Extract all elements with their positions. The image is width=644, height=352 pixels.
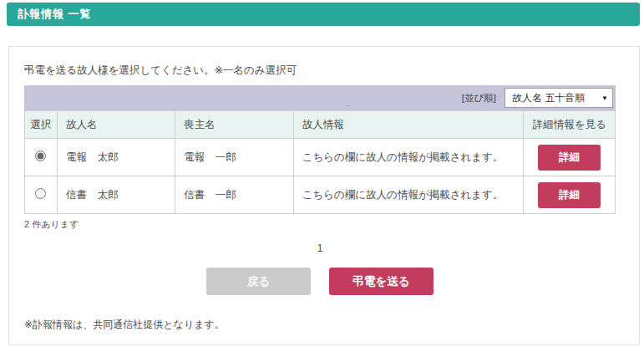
header-deceased-name: 故人名 [57, 111, 175, 139]
detail-button[interactable]: 詳細 [538, 145, 601, 171]
page-title: 訃報情報 一覧 [18, 7, 92, 22]
deceased-name-cell: 信書 太郎 [57, 176, 175, 214]
row-select-radio[interactable] [35, 150, 46, 161]
header-select: 選択 [25, 111, 58, 139]
header-mourner-name: 喪主名 [175, 111, 293, 139]
action-button-row: 戻る 弔電を送る [24, 268, 616, 295]
deceased-info-cell: こちらの欄に故人の情報が掲載されます。 [293, 139, 524, 176]
stray-mark: . [347, 98, 349, 108]
table-row: 電報 太郎 電報 一郎 こちらの欄に故人の情報が掲載されます。 詳細 [25, 139, 616, 176]
pagination-page-number[interactable]: 1 [24, 242, 616, 254]
sort-order-label: [並び順] [462, 92, 496, 105]
obituary-table: 選択 故人名 喪主名 故人情報 詳細情報を見る 電報 太郎 電報 一郎 こちらの… [24, 110, 616, 214]
page-title-bar: 訃報情報 一覧 [7, 3, 640, 26]
detail-button[interactable]: 詳細 [538, 182, 601, 208]
result-count: 2 件あります [24, 218, 616, 231]
table-header-row: 選択 故人名 喪主名 故人情報 詳細情報を見る [25, 111, 616, 139]
row-select-radio[interactable] [35, 188, 46, 199]
send-telegram-button[interactable]: 弔電を送る [329, 268, 434, 295]
sort-order-select[interactable]: 故人名 五十音順 [505, 88, 613, 108]
header-detail: 詳細情報を見る [524, 111, 616, 139]
deceased-info-cell: こちらの欄に故人の情報が掲載されます。 [293, 176, 524, 214]
back-button[interactable]: 戻る [206, 268, 311, 295]
header-deceased-info: 故人情報 [293, 111, 524, 139]
mourner-name-cell: 信書 一郎 [175, 176, 293, 214]
obituary-list-panel: . 弔電を送る故人様を選択してください。※一名のみ選択可 [並び順] 故人名 五… [8, 46, 640, 345]
mourner-name-cell: 電報 一郎 [175, 139, 293, 176]
instruction-text: 弔電を送る故人様を選択してください。※一名のみ選択可 [24, 64, 616, 78]
sort-bar: [並び順] 故人名 五十音順 ▼ [24, 85, 616, 110]
table-row: 信書 太郎 信書 一郎 こちらの欄に故人の情報が掲載されます。 詳細 [25, 176, 616, 214]
provider-note: ※訃報情報は、共同通信社提供となります。 [24, 318, 616, 332]
sort-order-select-wrap: 故人名 五十音順 ▼ [505, 88, 613, 108]
deceased-name-cell: 電報 太郎 [57, 139, 175, 176]
